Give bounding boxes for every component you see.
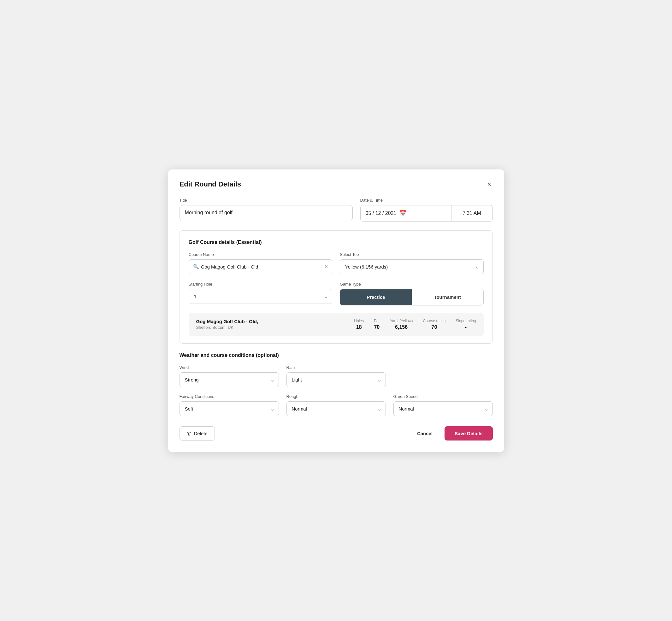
title-field-group: Title [179, 198, 353, 220]
par-stat-value: 70 [374, 324, 380, 330]
wind-dropdown[interactable]: CalmLightModerate StrongVery Strong [179, 372, 279, 387]
rough-dropdown[interactable]: ShortNormalLong [287, 401, 386, 416]
game-type-toggle: Practice Tournament [340, 289, 484, 305]
yards-stat-value: 6,156 [395, 324, 408, 330]
course-name-search-wrapper: 🔍 × [189, 259, 333, 274]
par-stat-label: Par [374, 319, 380, 323]
cancel-button[interactable]: Cancel [411, 427, 438, 440]
fairway-wrapper: FirmNormalSoftWet ⌄ [179, 401, 279, 416]
green-speed-field-group: Green Speed SlowNormalFastVery Fast ⌄ [393, 394, 493, 416]
rough-field-group: Rough ShortNormalLong ⌄ [287, 394, 386, 416]
wind-label: Wind [179, 365, 279, 370]
course-stat-slope-rating: Slope rating - [456, 319, 476, 330]
course-name-tee-row: Course Name 🔍 × Select Tee Yellow (6,156… [189, 252, 484, 274]
select-tee-dropdown[interactable]: Yellow (6,156 yards) White (6,500 yards)… [340, 259, 484, 274]
rain-dropdown[interactable]: NoneLightModerateHeavy [287, 372, 386, 387]
course-stat-par: Par 70 [374, 319, 380, 330]
slope-rating-stat-value: - [465, 324, 467, 330]
delete-button[interactable]: 🗑 Delete [179, 426, 215, 441]
save-button[interactable]: Save Details [445, 426, 493, 441]
course-info-name-block: Gog Magog Golf Club - Old, Shelford Bott… [196, 319, 344, 330]
course-name-input[interactable] [189, 259, 333, 274]
search-icon: 🔍 [193, 264, 199, 270]
starting-hole-gametype-row: Starting Hole 1234 5678 910 ⌄ Game Type … [189, 282, 484, 305]
rain-wrapper: NoneLightModerateHeavy ⌄ [287, 372, 386, 387]
course-stat-yards: Yards(Yellow) 6,156 [390, 319, 413, 330]
wind-rain-row: Wind CalmLightModerate StrongVery Strong… [179, 365, 493, 387]
wind-wrapper: CalmLightModerate StrongVery Strong ⌄ [179, 372, 279, 387]
game-type-label: Game Type [340, 282, 484, 287]
wind-field-group: Wind CalmLightModerate StrongVery Strong… [179, 365, 279, 387]
title-label: Title [179, 198, 353, 203]
modal-footer: 🗑 Delete Cancel Save Details [179, 426, 493, 441]
starting-hole-group: Starting Hole 1234 5678 910 ⌄ [189, 282, 333, 305]
tournament-toggle-button[interactable]: Tournament [412, 289, 483, 305]
green-speed-wrapper: SlowNormalFastVery Fast ⌄ [393, 401, 493, 416]
golf-course-section-title: Golf Course details (Essential) [189, 240, 484, 245]
holes-stat-label: Holes [354, 319, 364, 323]
time-field[interactable]: 7:31 AM [452, 205, 493, 221]
course-info-name: Gog Magog Golf Club - Old, [196, 319, 344, 324]
green-speed-label: Green Speed [393, 394, 493, 399]
course-rating-stat-value: 70 [432, 324, 437, 330]
footer-right: Cancel Save Details [411, 426, 493, 441]
fairway-field-group: Fairway Conditions FirmNormalSoftWet ⌄ [179, 394, 279, 416]
modal-header: Edit Round Details × [179, 179, 493, 189]
course-name-label: Course Name [189, 252, 333, 257]
clear-course-button[interactable]: × [325, 264, 328, 269]
course-stat-course-rating: Course rating 70 [423, 319, 446, 330]
rough-label: Rough [287, 394, 386, 399]
weather-section-title: Weather and course conditions (optional) [179, 353, 493, 358]
fairway-rough-green-row: Fairway Conditions FirmNormalSoftWet ⌄ R… [179, 394, 493, 416]
date-field[interactable]: 05 / 12 / 2021 📅 [361, 205, 452, 221]
datetime-row: 05 / 12 / 2021 📅 7:31 AM [360, 205, 493, 221]
holes-stat-value: 18 [356, 324, 362, 330]
select-tee-label: Select Tee [340, 252, 484, 257]
course-name-group: Course Name 🔍 × [189, 252, 333, 274]
weather-section: Weather and course conditions (optional)… [179, 353, 493, 416]
practice-toggle-button[interactable]: Practice [340, 289, 412, 305]
course-info-location: Shelford Bottom, UK [196, 325, 344, 330]
fairway-label: Fairway Conditions [179, 394, 279, 399]
course-info-row: Gog Magog Golf Club - Old, Shelford Bott… [189, 313, 484, 336]
calendar-icon: 📅 [400, 210, 406, 217]
date-value: 05 / 12 / 2021 [366, 210, 396, 216]
starting-hole-label: Starting Hole [189, 282, 333, 287]
delete-label: Delete [194, 431, 208, 436]
rough-wrapper: ShortNormalLong ⌄ [287, 401, 386, 416]
golf-course-section: Golf Course details (Essential) Course N… [179, 230, 493, 344]
close-button[interactable]: × [486, 179, 493, 189]
title-input[interactable] [179, 205, 353, 220]
rain-field-group: Rain NoneLightModerateHeavy ⌄ [287, 365, 386, 387]
edit-round-modal: Edit Round Details × Title Date & Time 0… [168, 169, 504, 452]
fairway-dropdown[interactable]: FirmNormalSoftWet [179, 401, 279, 416]
time-value: 7:31 AM [463, 210, 481, 216]
select-tee-group: Select Tee Yellow (6,156 yards) White (6… [340, 252, 484, 274]
top-row: Title Date & Time 05 / 12 / 2021 📅 7:31 … [179, 198, 493, 221]
starting-hole-wrapper: 1234 5678 910 ⌄ [189, 289, 333, 304]
datetime-label: Date & Time [360, 198, 493, 203]
starting-hole-dropdown[interactable]: 1234 5678 910 [189, 289, 333, 304]
course-stat-holes: Holes 18 [354, 319, 364, 330]
datetime-field-group: Date & Time 05 / 12 / 2021 📅 7:31 AM [360, 198, 493, 221]
game-type-group: Game Type Practice Tournament [340, 282, 484, 305]
modal-title: Edit Round Details [179, 180, 241, 189]
course-rating-stat-label: Course rating [423, 319, 446, 323]
select-tee-wrapper: Yellow (6,156 yards) White (6,500 yards)… [340, 259, 484, 274]
yards-stat-label: Yards(Yellow) [390, 319, 413, 323]
rain-label: Rain [287, 365, 386, 370]
slope-rating-stat-label: Slope rating [456, 319, 476, 323]
trash-icon: 🗑 [187, 431, 192, 436]
green-speed-dropdown[interactable]: SlowNormalFastVery Fast [393, 401, 493, 416]
